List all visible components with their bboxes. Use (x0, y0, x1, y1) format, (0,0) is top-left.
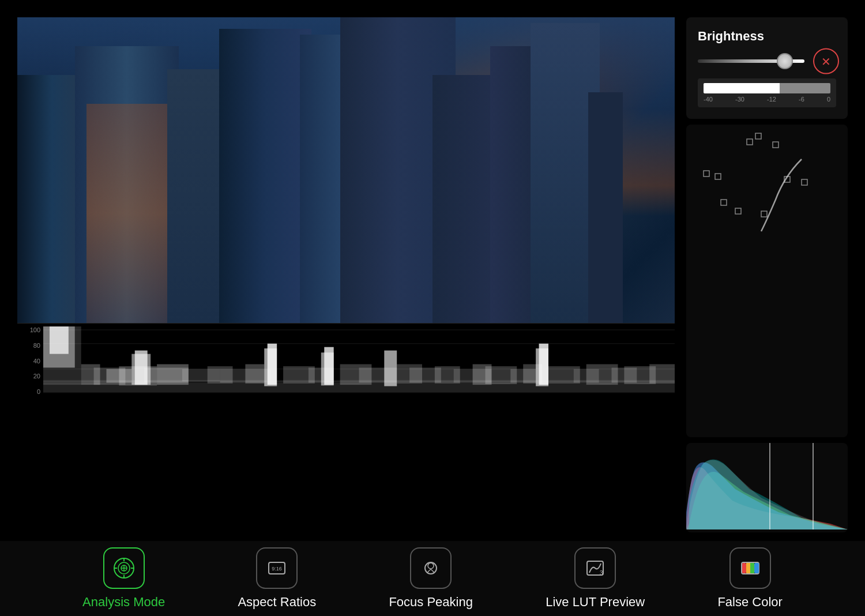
wf-label-0: 0 (20, 388, 40, 395)
waveform-canvas (43, 326, 675, 395)
video-section: 100 80 40 20 0 (17, 17, 675, 532)
brightness-slider-thumb[interactable] (777, 53, 793, 69)
svg-rect-55 (735, 208, 741, 214)
toolbar-item-aspect-ratios[interactable]: 9:16 Aspect Ratios (238, 547, 316, 610)
focus-peaking-icon-container[interactable] (410, 547, 452, 589)
svg-rect-25 (324, 347, 333, 385)
brightness-panel: Brightness ✕ -40 -30 -12 -6 0 (686, 17, 848, 119)
wf-label-100: 100 (20, 326, 40, 333)
focus-peaking-label: Focus Peaking (389, 595, 473, 610)
svg-rect-47 (747, 139, 753, 145)
db-meter: -40 -30 -12 -6 0 (698, 78, 836, 107)
brightness-slider-container: ✕ (698, 52, 836, 70)
svg-rect-53 (802, 179, 807, 185)
svg-rect-77 (750, 563, 754, 573)
aspect-ratios-label: Aspect Ratios (238, 595, 316, 610)
svg-rect-76 (746, 563, 750, 573)
db-label-40: -40 (704, 96, 713, 103)
right-panel: Brightness ✕ -40 -30 -12 -6 0 (686, 17, 848, 532)
aspect-ratios-icon-container[interactable]: 9:16 (256, 547, 298, 589)
live-lut-label: Live LUT Preview (546, 595, 645, 610)
wf-label-20: 20 (20, 373, 40, 380)
histogram-panel (686, 443, 848, 532)
svg-rect-38 (539, 344, 548, 385)
svg-text:9:16: 9:16 (272, 566, 283, 572)
toolbar-item-false-color[interactable]: False Color (717, 547, 782, 610)
toolbar-item-live-lut[interactable]: 3 Live LUT Preview (546, 547, 645, 610)
toolbar-item-focus-peaking[interactable]: Focus Peaking (389, 547, 473, 610)
db-label-30: -30 (735, 96, 744, 103)
svg-rect-78 (754, 563, 759, 573)
db-label-12: -12 (767, 96, 776, 103)
db-label-0: 0 (827, 96, 830, 103)
false-color-label: False Color (717, 595, 782, 610)
wf-label-40: 40 (20, 358, 40, 365)
toolbar-item-analysis-mode[interactable]: Analysis Mode (82, 547, 165, 610)
brightness-slider-track[interactable] (698, 59, 804, 63)
db-label-6: -6 (799, 96, 804, 103)
svg-point-71 (428, 563, 434, 569)
svg-rect-54 (721, 200, 727, 205)
svg-rect-49 (773, 142, 778, 148)
brightness-title: Brightness (698, 29, 836, 44)
svg-rect-6 (50, 326, 69, 354)
db-labels: -40 -30 -12 -6 0 (704, 96, 830, 103)
wf-label-80: 80 (20, 342, 40, 349)
analysis-mode-icon-container[interactable] (103, 547, 145, 589)
svg-rect-46 (43, 383, 675, 393)
svg-rect-48 (755, 133, 761, 139)
analysis-icon (112, 557, 136, 580)
analysis-mode-label: Analysis Mode (82, 595, 165, 610)
toolbar: Analysis Mode 9:16 Aspect Ratios Focus P… (0, 541, 865, 616)
vectorscope-panel (686, 125, 848, 437)
db-bar (704, 83, 830, 93)
svg-rect-50 (704, 171, 709, 176)
svg-rect-16 (135, 351, 148, 385)
svg-rect-56 (761, 211, 767, 217)
aspect-icon: 9:16 (265, 557, 288, 580)
svg-rect-51 (715, 174, 721, 179)
svg-text:3: 3 (600, 570, 603, 576)
false-color-icon (739, 557, 762, 580)
lut-icon: 3 (584, 557, 607, 580)
close-button[interactable]: ✕ (813, 48, 839, 74)
waveform-panel: 100 80 40 20 0 (17, 323, 675, 407)
false-color-icon-container[interactable] (729, 547, 771, 589)
focus-icon (419, 557, 442, 580)
svg-point-70 (425, 562, 437, 574)
waveform-labels: 100 80 40 20 0 (17, 324, 43, 395)
svg-rect-75 (742, 563, 746, 573)
live-lut-icon-container[interactable]: 3 (574, 547, 616, 589)
svg-rect-21 (268, 344, 277, 385)
video-frame (17, 17, 675, 323)
